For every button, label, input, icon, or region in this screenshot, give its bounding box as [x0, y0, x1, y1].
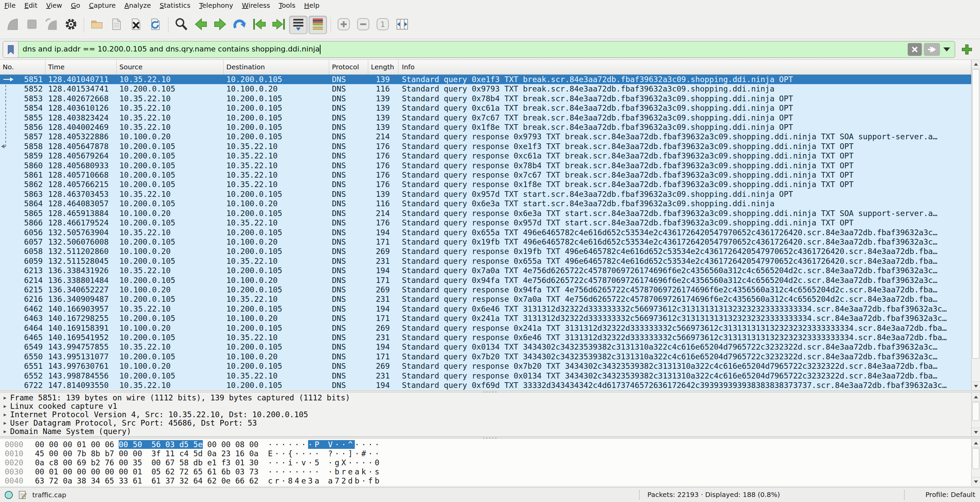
go-first-button[interactable]: [250, 16, 268, 34]
filter-dropdown-caret[interactable]: [943, 48, 950, 51]
packet-row[interactable]: 5862128.40576621510.200.0.10510.35.22.10…: [0, 180, 971, 189]
packet-row[interactable]: 5854128.40361012610.35.22.1010.200.0.105…: [0, 103, 971, 113]
details-scrollbar[interactable]: [971, 393, 980, 437]
capture-file-status[interactable]: traffic.cap: [4, 490, 66, 500]
packet-row[interactable]: 5860128.40568093310.200.0.10510.35.22.10…: [0, 161, 971, 170]
column-header-destination[interactable]: Destination: [224, 60, 329, 74]
column-header-source[interactable]: Source: [117, 60, 224, 74]
go-to-packet-button[interactable]: [231, 16, 249, 34]
zoom-out-button[interactable]: [354, 16, 372, 34]
menu-edit[interactable]: Edit: [20, 0, 42, 10]
display-filter-input[interactable]: dns and ip.addr == 10.200.0.105 and dns.…: [3, 41, 955, 58]
scroll-up-button[interactable]: [972, 439, 980, 448]
packet-list[interactable]: 5851128.40104071110.35.22.1010.200.0.105…: [0, 75, 971, 390]
expand-icon[interactable]: ▶: [0, 402, 10, 411]
menu-view[interactable]: View: [42, 0, 66, 10]
detail-line[interactable]: ▶Linux cooked capture v1: [0, 402, 971, 411]
expert-info-icon[interactable]: [18, 490, 27, 500]
column-header-length[interactable]: Length: [368, 60, 399, 74]
scroll-up-button[interactable]: [972, 393, 980, 402]
menu-analyze[interactable]: Analyze: [120, 0, 155, 10]
packet-row[interactable]: 6215136.34065222710.100.0.2010.200.0.105…: [0, 285, 971, 295]
packet-row[interactable]: 5861128.40571066810.200.0.10510.35.22.10…: [0, 170, 971, 180]
packet-row[interactable]: 5866128.46617952410.200.0.10510.35.22.10…: [0, 218, 971, 228]
packet-row[interactable]: 6216136.34090948710.200.0.10510.35.22.10…: [0, 295, 971, 304]
packet-bytes-pane[interactable]: 000000 00 00 01 00 06 00 50 56 03 d5 5e …: [0, 439, 971, 486]
scrollbar-thumb[interactable]: [972, 69, 979, 359]
packet-row[interactable]: 6059132.51152804510.200.0.10510.35.22.10…: [0, 257, 971, 266]
packet-row[interactable]: 6464140.16915839110.100.0.2010.200.0.105…: [0, 324, 971, 333]
restart-capture-button[interactable]: [42, 16, 60, 34]
packet-row[interactable]: 5853128.40267266810.35.22.1010.200.0.105…: [0, 94, 971, 103]
scroll-down-button[interactable]: [972, 477, 980, 486]
packet-row[interactable]: 5855128.40382342410.35.22.1010.200.0.105…: [0, 113, 971, 123]
packet-row[interactable]: 5852128.40153474110.200.0.10510.100.0.20…: [0, 84, 971, 94]
profile-indicator[interactable]: Profile: Default: [926, 491, 975, 499]
menu-capture[interactable]: Capture: [84, 0, 120, 10]
capture-options-button[interactable]: [62, 16, 80, 34]
menu-statistics[interactable]: Statistics: [155, 0, 195, 10]
detail-line[interactable]: ▶Internet Protocol Version 4, Src: 10.35…: [0, 411, 971, 419]
menu-go[interactable]: Go: [67, 0, 85, 10]
menu-file[interactable]: File: [0, 0, 20, 10]
filter-clear-button[interactable]: [908, 43, 922, 56]
scroll-down-button[interactable]: [972, 428, 980, 437]
menu-telephony[interactable]: Telephony: [195, 0, 237, 10]
packet-row[interactable]: 6214136.33880148410.200.0.10510.100.0.20…: [0, 276, 971, 285]
expand-icon[interactable]: ▶: [0, 394, 10, 402]
zoom-reset-button[interactable]: 1: [374, 16, 392, 34]
packet-row[interactable]: 5857128.40532288610.100.0.2010.200.0.105…: [0, 132, 971, 141]
reload-file-button[interactable]: [146, 16, 164, 34]
expand-icon[interactable]: ▶: [0, 427, 10, 436]
packet-row[interactable]: 6722147.81409355010.35.22.1010.200.0.105…: [0, 381, 971, 390]
scroll-down-button[interactable]: [972, 382, 980, 390]
packet-row[interactable]: 6549143.99475785510.35.22.1010.200.0.105…: [0, 342, 971, 352]
filter-text[interactable]: dns and ip.addr == 10.200.0.105 and dns.…: [19, 45, 908, 54]
packet-row[interactable]: 5858128.40564787810.200.0.10510.35.22.10…: [0, 142, 971, 151]
detail-line[interactable]: ▶User Datagram Protocol, Src Port: 45686…: [0, 419, 971, 427]
packet-row[interactable]: 5864128.46408305710.200.0.10510.100.0.20…: [0, 199, 971, 208]
filter-apply-button[interactable]: [924, 43, 940, 56]
menu-help[interactable]: Help: [300, 0, 324, 10]
packet-row[interactable]: 5863128.46370345310.35.22.1010.200.0.105…: [0, 190, 971, 199]
open-file-button[interactable]: [88, 16, 106, 34]
zoom-in-button[interactable]: [335, 16, 353, 34]
detail-line[interactable]: ▶Domain Name System (query): [0, 427, 971, 436]
packet-row[interactable]: 6465140.16954195210.200.0.10510.35.22.10…: [0, 333, 971, 342]
menu-tools[interactable]: Tools: [274, 0, 300, 10]
packet-row[interactable]: 6551143.99763076110.100.0.2010.200.0.105…: [0, 361, 971, 371]
column-header-protocol[interactable]: Protocol: [329, 60, 368, 74]
go-last-button[interactable]: [270, 16, 288, 34]
packet-row[interactable]: 6058132.51120286010.100.0.2010.200.0.105…: [0, 247, 971, 256]
packet-row[interactable]: 6550143.99513107710.200.0.10510.100.0.20…: [0, 352, 971, 361]
column-header-no[interactable]: No.: [0, 60, 45, 74]
resize-columns-button[interactable]: [393, 16, 411, 34]
packet-details-pane[interactable]: ▶Frame 5851: 139 bytes on wire (1112 bit…: [0, 393, 971, 437]
packet-row[interactable]: 5851128.40104071110.35.22.1010.200.0.105…: [0, 75, 971, 84]
find-packet-button[interactable]: [172, 16, 190, 34]
hex-row[interactable]: 004063 72 0a 38 34 65 33 61 61 37 32 64 …: [0, 477, 971, 486]
packet-row[interactable]: 5859128.40567926410.200.0.10510.35.22.10…: [0, 151, 971, 161]
packet-row[interactable]: 6056132.50576390410.35.22.1010.200.0.105…: [0, 228, 971, 237]
expand-icon[interactable]: ▶: [0, 419, 10, 427]
colorize-button[interactable]: [309, 16, 327, 34]
go-back-button[interactable]: [192, 16, 210, 34]
save-file-button[interactable]: [107, 16, 126, 34]
column-header-info[interactable]: Info: [399, 60, 971, 74]
start-capture-button[interactable]: [3, 16, 22, 34]
scrollbar-thumb[interactable]: [972, 448, 979, 469]
packet-row[interactable]: 6462140.16690395710.35.22.1010.200.0.105…: [0, 304, 971, 314]
go-forward-button[interactable]: [211, 16, 229, 34]
auto-scroll-button[interactable]: [289, 16, 307, 34]
hex-row[interactable]: 00200a c8 00 69 b2 76 00 35 00 67 58 db …: [0, 458, 971, 467]
column-header-time[interactable]: Time: [45, 60, 117, 74]
packet-list-header[interactable]: No.TimeSourceDestinationProtocolLengthIn…: [0, 60, 971, 75]
close-file-button[interactable]: [127, 16, 145, 34]
menu-wireless[interactable]: Wireless: [237, 0, 274, 10]
hex-row[interactable]: 003000 01 00 00 00 00 00 01 05 62 72 65 …: [0, 467, 971, 477]
detail-line[interactable]: ▶Frame 5851: 139 bytes on wire (1112 bit…: [0, 394, 971, 402]
packet-row[interactable]: 5856128.40400246910.35.22.1010.200.0.105…: [0, 123, 971, 132]
hex-row[interactable]: 001045 00 00 7b 8b b7 00 00 3f 11 c4 5d …: [0, 449, 971, 458]
packet-list-scrollbar[interactable]: [971, 60, 980, 390]
bytes-scrollbar[interactable]: [971, 439, 980, 486]
